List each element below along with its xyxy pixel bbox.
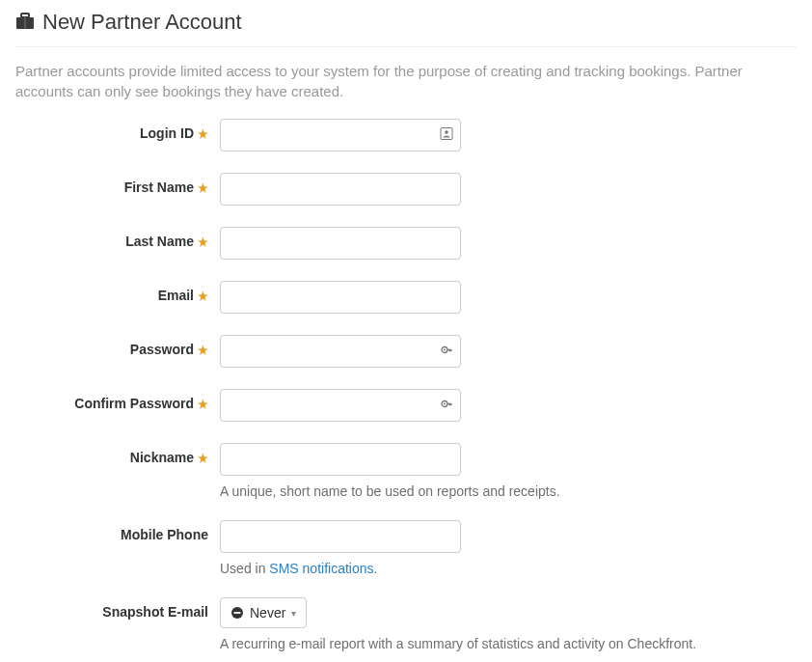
last-name-input[interactable]: [220, 227, 461, 260]
password-input[interactable]: [220, 335, 461, 368]
required-star-icon: ★: [198, 181, 208, 195]
svg-rect-10: [234, 612, 241, 614]
row-confirm-password: Confirm Password★: [15, 389, 797, 422]
required-star-icon: ★: [198, 127, 208, 141]
row-snapshot-email: Snapshot E-mail Never ▾ A recurring e-ma…: [15, 597, 797, 651]
svg-rect-2: [24, 17, 26, 29]
page-description: Partner accounts provide limited access …: [15, 47, 797, 119]
login-id-input[interactable]: [220, 119, 461, 152]
required-star-icon: ★: [198, 452, 208, 465]
snapshot-email-help: A recurring e-mail report with a summary…: [220, 636, 797, 651]
snapshot-email-dropdown[interactable]: Never ▾: [220, 597, 307, 628]
row-last-name: Last Name★: [15, 227, 797, 260]
required-star-icon: ★: [198, 235, 208, 249]
label-confirm-password: Confirm Password★: [15, 389, 220, 411]
label-email: Email★: [15, 281, 220, 303]
nickname-help: A unique, short name to be used on repor…: [220, 483, 797, 499]
mobile-phone-help: Used in SMS notifications.: [220, 561, 797, 576]
svg-rect-1: [21, 14, 29, 17]
label-snapshot-email: Snapshot E-mail: [15, 597, 220, 620]
first-name-input[interactable]: [220, 173, 461, 206]
chevron-down-icon: ▾: [291, 608, 296, 619]
page-title: New Partner Account: [42, 10, 242, 35]
page-header: New Partner Account: [15, 0, 797, 47]
label-first-name: First Name★: [15, 173, 220, 195]
sms-notifications-link[interactable]: SMS notifications: [269, 561, 373, 576]
email-input[interactable]: [220, 281, 461, 314]
confirm-password-input[interactable]: [220, 389, 461, 422]
row-email: Email★: [15, 281, 797, 314]
mobile-phone-input[interactable]: [220, 520, 461, 553]
row-login-id: Login ID★: [15, 119, 797, 152]
required-star-icon: ★: [198, 344, 208, 357]
nickname-input[interactable]: [220, 443, 461, 476]
row-mobile-phone: Mobile Phone Used in SMS notifications.: [15, 520, 797, 576]
snapshot-email-selected: Never: [250, 605, 285, 621]
row-nickname: Nickname★ A unique, short name to be use…: [15, 443, 797, 499]
row-first-name: First Name★: [15, 173, 797, 206]
minus-circle-icon: [230, 606, 244, 620]
briefcase-icon: [15, 13, 42, 33]
row-password: Password★: [15, 335, 797, 368]
required-star-icon: ★: [198, 398, 208, 411]
label-password: Password★: [15, 335, 220, 357]
label-mobile-phone: Mobile Phone: [15, 520, 220, 542]
label-login-id: Login ID★: [15, 119, 220, 141]
label-nickname: Nickname★: [15, 443, 220, 465]
label-last-name: Last Name★: [15, 227, 220, 249]
required-star-icon: ★: [198, 290, 208, 303]
